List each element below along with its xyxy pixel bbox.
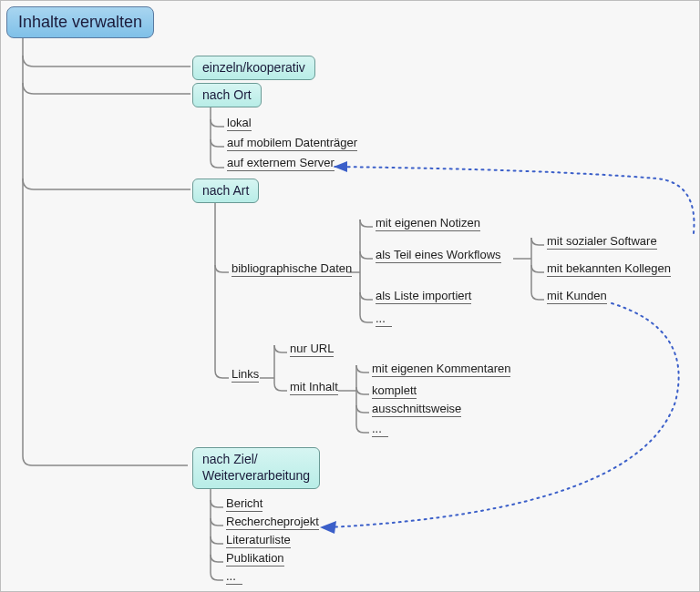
node-nach-art[interactable]: nach Art xyxy=(192,179,259,203)
leaf-lokal[interactable]: lokal xyxy=(227,116,252,131)
leaf-extern[interactable]: auf externem Server xyxy=(227,156,335,171)
leaf-inhalt-more[interactable]: ... xyxy=(372,422,388,437)
leaf-mobil[interactable]: auf mobilem Datenträger xyxy=(227,136,357,151)
leaf-mit-bekannten-kollegen[interactable]: mit bekannten Kollegen xyxy=(547,261,671,277)
node-nach-ziel[interactable]: nach Ziel/ Weiterverarbeitung xyxy=(192,447,320,489)
node-einzeln-kooperativ[interactable]: einzeln/kooperativ xyxy=(192,56,315,80)
leaf-bib-more[interactable]: ... xyxy=(376,311,392,327)
svg-marker-0 xyxy=(334,161,347,172)
mindmap-canvas: Inhalte verwalten einzeln/kooperativ nac… xyxy=(0,0,700,592)
root-node[interactable]: Inhalte verwalten xyxy=(6,6,154,38)
leaf-ausschnittsweise[interactable]: ausschnittsweise xyxy=(372,402,461,417)
leaf-nur-url[interactable]: nur URL xyxy=(290,342,334,357)
svg-marker-1 xyxy=(320,521,336,534)
leaf-mit-inhalt[interactable]: mit Inhalt xyxy=(290,380,338,395)
leaf-mit-sozialer-software[interactable]: mit sozialer Software xyxy=(547,234,657,250)
label-line2: Weiterverarbeitung xyxy=(202,468,310,483)
leaf-rechercheprojekt[interactable]: Rechercheprojekt xyxy=(226,515,319,530)
label: nach Ort xyxy=(202,87,252,102)
leaf-komplett[interactable]: komplett xyxy=(372,383,417,399)
leaf-literaturliste[interactable]: Literaturliste xyxy=(226,533,291,548)
label: einzeln/kooperativ xyxy=(202,60,305,75)
leaf-mit-eigenen-notizen[interactable]: mit eigenen Notizen xyxy=(376,216,480,231)
label-line1: nach Ziel/ xyxy=(202,452,258,466)
label: nach Art xyxy=(202,183,249,198)
leaf-bericht[interactable]: Bericht xyxy=(226,496,262,512)
leaf-bibliographische-daten[interactable]: bibliographische Daten xyxy=(232,261,352,277)
leaf-mit-eigenen-kommentaren[interactable]: mit eigenen Kommentaren xyxy=(372,362,510,377)
leaf-als-liste-importiert[interactable]: als Liste importiert xyxy=(376,289,471,304)
leaf-publikation[interactable]: Publikation xyxy=(226,551,284,566)
leaf-als-teil-workflows[interactable]: als Teil eines Workflows xyxy=(376,248,501,263)
leaf-mit-kunden[interactable]: mit Kunden xyxy=(547,289,607,304)
leaf-links[interactable]: Links xyxy=(232,367,259,383)
root-title: Inhalte verwalten xyxy=(18,13,142,31)
leaf-ziel-more[interactable]: ... xyxy=(226,569,242,585)
node-nach-ort[interactable]: nach Ort xyxy=(192,83,262,107)
